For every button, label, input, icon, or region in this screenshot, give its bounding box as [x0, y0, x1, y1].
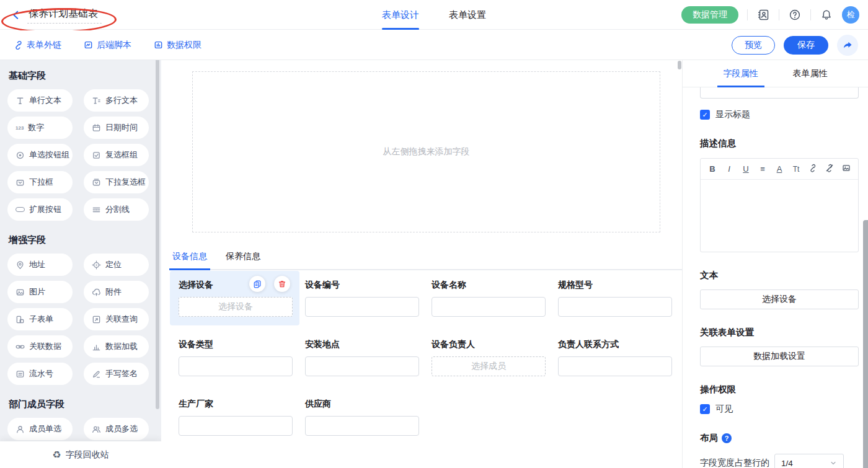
permission-icon [154, 40, 163, 50]
help-icon[interactable] [788, 8, 802, 22]
manufacturer-input[interactable] [179, 416, 293, 436]
tab-form-settings[interactable]: 表单设置 [449, 0, 486, 30]
field-label: 设备负责人 [432, 339, 546, 350]
external-link-item[interactable]: 表单外链 [14, 40, 61, 51]
insert-link-icon[interactable] [808, 164, 817, 174]
field-cell-install-location[interactable]: 安装地点 [305, 339, 419, 376]
section-member-fields: 部门成员字段 [9, 399, 161, 410]
field-cell-select-device[interactable]: 选择设备 选择设备 [170, 271, 299, 325]
field-cell-manufacturer[interactable]: 生产厂家 [179, 399, 293, 436]
dropzone-hint: 从左侧拖拽来添加字段 [383, 146, 470, 157]
field-cell-device-type[interactable]: 设备类型 [179, 339, 293, 376]
field-single-text[interactable]: 单行文本 [7, 89, 73, 112]
owner-contact-input[interactable] [558, 356, 672, 376]
width-ratio-select[interactable]: 1/4 [774, 454, 844, 468]
header-right: 数据管理 检 [681, 0, 859, 30]
field-signature[interactable]: 手写签名 [84, 363, 149, 385]
show-title-checkbox[interactable]: ✓ [700, 110, 710, 120]
italic-icon[interactable]: I [725, 164, 733, 174]
preview-button[interactable]: 预览 [732, 36, 775, 55]
visible-checkbox[interactable]: ✓ [700, 404, 710, 414]
subform-icon [16, 315, 25, 324]
tab-device-info[interactable]: 设备信息 [172, 251, 207, 269]
field-data-load[interactable]: 数据加载 [84, 335, 149, 358]
avatar[interactable]: 检 [842, 6, 859, 24]
field-cell-supplier[interactable]: 供应商 [305, 399, 419, 436]
field-label: 生产厂家 [179, 399, 293, 410]
width-ratio-value: 1/4 [781, 459, 793, 468]
device-code-input[interactable] [305, 297, 419, 317]
person-icon [16, 425, 25, 434]
field-subform[interactable]: 子表单 [7, 308, 73, 330]
field-checkbox-group[interactable]: 复选框组 [84, 144, 149, 166]
install-location-input[interactable] [305, 356, 419, 376]
device-picker[interactable]: 选择设备 [179, 297, 293, 317]
supplier-input[interactable] [305, 416, 419, 436]
field-address[interactable]: 地址 [7, 254, 73, 276]
insert-image-icon[interactable] [842, 164, 851, 174]
tab-maintenance-info[interactable]: 保养信息 [226, 251, 260, 269]
field-cell-spec-model[interactable]: 规格型号 [558, 280, 672, 317]
spec-model-input[interactable] [558, 297, 672, 317]
data-manage-button[interactable]: 数据管理 [681, 6, 738, 24]
backend-script-item[interactable]: 后端脚本 [84, 40, 131, 51]
calendar-icon [92, 123, 101, 133]
font-size-icon[interactable]: Tt [792, 165, 800, 174]
field-locate[interactable]: 定位 [84, 254, 149, 276]
field-cell-owner-contact[interactable]: 负责人联系方式 [558, 339, 672, 376]
bell-icon[interactable] [820, 8, 833, 22]
delete-field-button[interactable] [274, 276, 290, 292]
single-text-icon [16, 96, 25, 105]
field-member-multi[interactable]: 成员多选 [84, 418, 149, 440]
field-radio-group[interactable]: 单选按钮组 [7, 144, 73, 166]
canvas-scrollbar[interactable] [678, 61, 681, 69]
field-datetime[interactable]: 日期时间 [84, 117, 149, 139]
data-load-setting-button[interactable]: 数据加载设置 [700, 347, 859, 366]
field-grid: 选择设备 选择设备 设备编号 设备名称 [179, 280, 673, 436]
member-picker[interactable]: 选择成员 [432, 356, 546, 376]
save-button[interactable]: 保存 [784, 36, 828, 55]
field-multi-text[interactable]: 多行文本 [84, 89, 149, 112]
title-input-partial[interactable] [700, 87, 859, 99]
text-heading: 文本 [700, 270, 859, 281]
field-select[interactable]: 下拉框 [7, 171, 73, 193]
field-member-single[interactable]: 成员单选 [7, 418, 73, 440]
bold-icon[interactable]: B [708, 164, 717, 174]
field-linked-query[interactable]: 关联查询 [84, 308, 149, 330]
field-attachment[interactable]: 附件 [84, 281, 149, 303]
form-canvas: 从左侧拖拽来添加字段 设备信息 保养信息 选择设备 选择设备 [161, 60, 682, 468]
dropzone[interactable]: 从左侧拖拽来添加字段 [192, 71, 660, 232]
device-name-input[interactable] [432, 297, 546, 317]
field-divider[interactable]: 分割线 [84, 198, 149, 221]
tab-field-properties[interactable]: 字段属性 [724, 60, 758, 87]
relation-heading: 关联表单设置 [700, 327, 859, 338]
field-cell-device-name[interactable]: 设备名称 [432, 280, 546, 317]
multi-text-icon [92, 96, 101, 105]
editor-content[interactable] [701, 180, 858, 252]
editor-toolbar: B I U ≡ A Tt [701, 159, 858, 180]
font-color-icon[interactable]: A [775, 164, 784, 174]
field-multi-select[interactable]: 下拉复选框 [84, 171, 149, 193]
underline-icon[interactable]: U [742, 164, 750, 174]
layout-help-icon[interactable]: ? [722, 433, 732, 443]
align-icon[interactable]: ≡ [758, 164, 767, 174]
data-permission-item[interactable]: 数据权限 [154, 40, 202, 51]
field-serial-number[interactable]: 流水号 [7, 363, 73, 385]
sidebar-scrollbar[interactable] [156, 60, 159, 409]
address-book-icon[interactable] [756, 8, 770, 22]
field-linked-data[interactable]: 关联数据 [7, 335, 73, 358]
field-extend-button[interactable]: 扩展按钮 [7, 198, 73, 221]
field-number[interactable]: 123数字 [7, 117, 73, 139]
field-cell-device-owner[interactable]: 设备负责人 选择成员 [432, 339, 546, 376]
tab-form-properties[interactable]: 表单属性 [793, 60, 828, 87]
copy-field-button[interactable] [249, 276, 265, 292]
field-image[interactable]: 图片 [7, 281, 73, 303]
device-type-input[interactable] [179, 356, 293, 376]
share-button[interactable] [837, 35, 858, 56]
tab-form-design[interactable]: 表单设计 [382, 0, 419, 30]
panel-scrollbar[interactable] [863, 220, 868, 468]
remove-link-icon[interactable] [825, 164, 834, 174]
select-device-setting-button[interactable]: 选择设备 [700, 289, 859, 309]
field-recycle-bin[interactable]: ♻ 字段回收站 [0, 441, 161, 468]
field-cell-device-code[interactable]: 设备编号 [305, 280, 419, 317]
